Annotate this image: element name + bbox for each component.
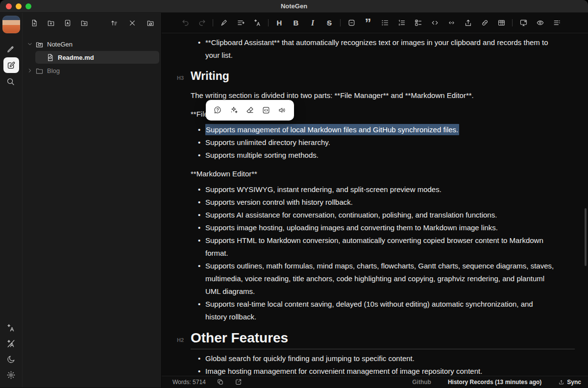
open-external-icon[interactable] (235, 378, 242, 386)
list-item[interactable]: •Supports WYSIWYG, instant rendering, an… (191, 183, 554, 196)
document-scroll[interactable]: •**Clipboard Assistant** that automatica… (162, 33, 588, 376)
window-title: NoteGen (281, 2, 307, 10)
bullet-marker: • (198, 36, 200, 49)
bold-icon[interactable]: B (290, 17, 302, 29)
list-item[interactable]: •Supports management of local Markdown f… (191, 123, 554, 136)
avatar[interactable] (2, 16, 20, 33)
bullet-marker: • (198, 183, 200, 196)
chevron-down-icon[interactable] (26, 41, 33, 48)
tree-item-notegen[interactable]: NoteGen (23, 38, 161, 50)
new-folder-icon[interactable] (47, 19, 55, 27)
sync-upload-icon (558, 379, 564, 385)
bullet-marker: • (198, 209, 200, 221)
list-item[interactable]: •Supports version control with history r… (191, 196, 554, 209)
history-records-button[interactable]: History Records (13 minutes ago) (448, 379, 541, 386)
strikethrough-glyph: S (327, 19, 332, 27)
preview-eye-icon[interactable] (534, 17, 546, 29)
list-item[interactable]: •Supports HTML to Markdown conversion, a… (191, 234, 554, 260)
redo-icon[interactable] (196, 17, 208, 29)
code-block-icon[interactable] (445, 17, 457, 29)
new-file-icon[interactable] (30, 19, 38, 27)
folder-sync-icon[interactable] (147, 19, 154, 27)
statusbar: Words: 5714 Github History Records (13 m… (162, 376, 588, 388)
close-button[interactable] (6, 3, 12, 9)
editor-toolbar: HBIS” (162, 13, 588, 33)
list-item-text: Supports real-time local content saving,… (205, 300, 533, 321)
translate-icon[interactable] (4, 320, 19, 335)
bullet-list: •Supports WYSIWYG, instant rendering, an… (191, 183, 554, 323)
sync-button[interactable]: Sync (558, 379, 581, 386)
zoom-button[interactable] (25, 3, 31, 9)
bullet-list-icon[interactable] (379, 17, 391, 29)
live-preview-icon[interactable] (517, 17, 529, 29)
eraser-icon[interactable] (245, 105, 256, 116)
open-folder-icon[interactable] (80, 19, 88, 27)
list-item[interactable]: •Supports AI assistance for conversation… (191, 209, 554, 221)
bullet-marker: • (198, 298, 200, 311)
bullet-list: •Supports management of local Markdown f… (191, 123, 554, 162)
undo-icon[interactable] (179, 17, 191, 29)
translate-off-icon[interactable] (4, 336, 19, 351)
heading-h2[interactable]: H2Other Features (191, 330, 575, 349)
minimize-button[interactable] (16, 3, 22, 9)
strikethrough-icon[interactable]: S (323, 17, 335, 29)
tree-item-readme-md[interactable]: Readme.md (35, 51, 159, 64)
collapse-all-icon[interactable] (128, 19, 136, 27)
italic-icon[interactable]: I (307, 17, 318, 29)
record-pen-icon[interactable] (3, 42, 18, 56)
speak-aloud-icon[interactable] (277, 105, 288, 116)
editor-area: HBIS” •**Clipboard Assistant** that auto… (162, 13, 588, 388)
bullet-marker: • (198, 221, 200, 234)
activity-rail (0, 13, 23, 388)
list-item-text: Supports unlimited directory hierarchy. (205, 138, 330, 146)
list-item[interactable]: •Global search for quickly finding and j… (191, 352, 554, 365)
outline-icon[interactable] (551, 17, 563, 29)
list-item-text: Supports HTML to Markdown conversion, au… (205, 236, 543, 257)
list-item[interactable]: •Supports real-time local content saving… (191, 298, 554, 323)
settings-icon[interactable] (4, 367, 19, 382)
github-backend-label[interactable]: Github (412, 379, 431, 386)
ordered-list-icon[interactable] (395, 17, 407, 29)
list-item[interactable]: •**Clipboard Assistant** that automatica… (191, 36, 554, 62)
list-item[interactable]: •Image hosting management for convenient… (191, 365, 554, 376)
list-item-text: Image hosting management for convenient … (205, 367, 482, 375)
statusbar-left: Words: 5714 (172, 378, 242, 386)
inline-code-icon[interactable] (429, 17, 441, 29)
tree-item-blog[interactable]: Blog (23, 64, 161, 77)
sort-asc-icon[interactable] (110, 19, 118, 27)
ai-sparkles-icon[interactable] (228, 105, 240, 116)
highlighter-icon[interactable] (218, 17, 230, 29)
scrollbar-thumb[interactable] (585, 208, 587, 266)
translate-icon[interactable] (251, 17, 263, 29)
chevron-right-icon[interactable] (26, 67, 33, 74)
heading-level-badge: H3 (177, 71, 184, 85)
format-flow-icon[interactable] (235, 17, 246, 29)
search-icon[interactable] (3, 74, 18, 89)
toolbar-divider (512, 19, 513, 26)
sidebar-toolbar-left (30, 19, 88, 27)
file-cloud-icon (46, 53, 54, 62)
task-list-icon[interactable] (412, 17, 424, 29)
horizontal-rule-icon[interactable] (345, 17, 357, 29)
folder-icon (35, 67, 44, 75)
code-square-icon[interactable] (261, 105, 272, 116)
paragraph[interactable]: **Markdown Editor** (191, 168, 554, 180)
link-icon[interactable] (479, 17, 490, 29)
list-item[interactable]: •Supports outlines, math formulas, mind … (191, 260, 554, 298)
quote-icon[interactable]: ” (362, 17, 374, 29)
comment-question-icon[interactable] (212, 105, 223, 116)
table-icon[interactable] (495, 17, 507, 29)
list-item[interactable]: •Supports unlimited directory hierarchy. (191, 136, 554, 149)
sidebar-toolbar (23, 13, 161, 33)
selected-text: Supports management of local Markdown fi… (205, 124, 459, 135)
notebook-icon[interactable] (64, 19, 72, 27)
list-item[interactable]: •Supports image hosting, uploading image… (191, 221, 554, 234)
tree-item-label: Blog (47, 67, 60, 74)
copy-icon[interactable] (217, 378, 224, 386)
theme-moon-icon[interactable] (4, 352, 19, 366)
heading-icon[interactable]: H (273, 17, 285, 29)
export-icon[interactable] (462, 17, 474, 29)
editor-icon[interactable] (3, 57, 19, 73)
list-item[interactable]: •Supports multiple sorting methods. (191, 149, 554, 162)
heading-h3[interactable]: H3Writing (191, 69, 554, 83)
